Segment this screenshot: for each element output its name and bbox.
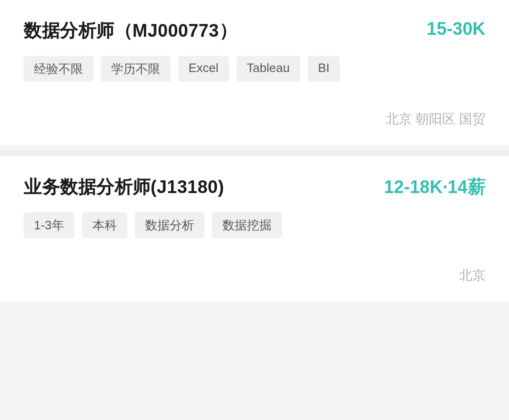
job-tag: 经验不限 — [24, 56, 93, 82]
job-tag: 本科 — [82, 212, 127, 238]
job-tag: 数据挖掘 — [212, 212, 282, 238]
job-tag: Excel — [178, 56, 229, 82]
job-list: 数据分析师（MJ000773）15-30K经验不限学历不限ExcelTablea… — [0, 0, 509, 301]
card-divider — [0, 151, 509, 156]
job-tag: BI — [308, 56, 340, 82]
job-card[interactable]: 业务数据分析师(J13180)12-18K·14薪1-3年本科数据分析数据挖掘北… — [0, 156, 509, 301]
job-tag: 数据分析 — [135, 212, 205, 238]
job-tags: 1-3年本科数据分析数据挖掘 — [24, 212, 485, 238]
job-tag: 学历不限 — [101, 56, 171, 82]
job-salary: 15-30K — [427, 19, 485, 39]
job-tags: 经验不限学历不限ExcelTableauBI — [24, 56, 485, 82]
job-tag: 1-3年 — [24, 212, 74, 238]
job-location: 北京 — [24, 267, 485, 284]
job-title: 业务数据分析师(J13180) — [24, 175, 224, 199]
job-tag: Tableau — [237, 56, 300, 82]
job-salary: 12-18K·14薪 — [384, 175, 485, 199]
job-location: 北京 朝阳区 国贸 — [24, 110, 485, 128]
job-card[interactable]: 数据分析师（MJ000773）15-30K经验不限学历不限ExcelTablea… — [0, 0, 509, 145]
job-title: 数据分析师（MJ000773） — [24, 19, 237, 43]
